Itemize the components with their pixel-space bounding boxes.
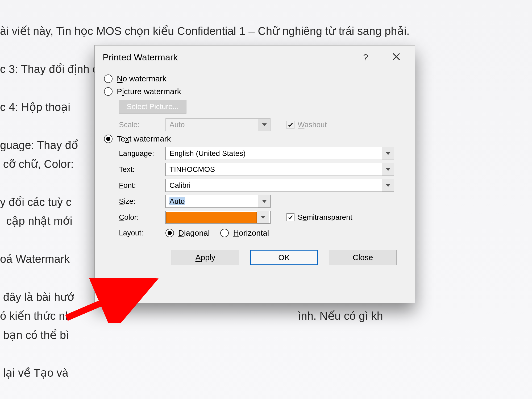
help-button[interactable]: ? [363,53,368,62]
radio-icon [104,87,113,96]
chevron-down-icon[interactable] [382,147,394,160]
radio-label: Diagonal [178,228,210,238]
radio-label: No watermark [117,74,167,83]
font-value: Calibri [166,181,382,190]
chevron-down-icon[interactable] [382,179,394,192]
chevron-down-icon[interactable] [257,211,269,223]
apply-button[interactable]: Apply [172,250,239,265]
radio-label: Horizontal [233,228,269,238]
dialog-titlebar: Printed Watermark ? [95,45,415,67]
size-value: Auto [166,197,258,206]
language-label: Language: [119,149,165,158]
checkbox-icon [286,121,294,129]
scale-value: Auto [166,120,258,129]
color-swatch [166,212,257,223]
ok-button[interactable]: OK [250,250,318,265]
radio-text-watermark[interactable]: Text watermark [104,134,401,143]
chevron-down-icon[interactable] [258,195,270,207]
washout-label: Washout [298,120,327,129]
size-label: Size: [119,197,165,206]
color-combo[interactable] [165,211,271,224]
language-value: English (United States) [166,149,382,158]
close-icon[interactable] [392,52,401,62]
dialog-title: Printed Watermark [103,52,178,63]
washout-checkbox: Washout [286,120,327,129]
radio-icon [104,135,113,143]
chevron-down-icon[interactable] [382,163,394,176]
text-value: TINHOCMOS [166,165,382,174]
select-picture-button: Select Picture... [119,100,186,114]
scale-combo: Auto [165,118,271,131]
semitransparent-checkbox[interactable]: Semitransparent [286,213,352,222]
layout-label: Layout: [119,229,165,237]
radio-icon [165,229,174,237]
color-label: Color: [119,213,165,222]
radio-diagonal[interactable]: Diagonal [165,228,210,238]
scale-label: Scale: [119,120,165,129]
size-combo[interactable]: Auto [165,195,271,208]
font-combo[interactable]: Calibri [165,179,394,192]
text-combo[interactable]: TINHOCMOS [165,163,394,176]
text-label: Text: [119,165,165,174]
font-label: Font: [119,181,165,190]
chevron-down-icon [258,119,270,131]
radio-icon [104,74,113,83]
radio-picture-watermark[interactable]: Picture watermark [104,87,401,96]
semitransparent-label: Semitransparent [298,213,352,222]
radio-icon [220,229,229,237]
radio-horizontal[interactable]: Horizontal [220,228,269,238]
language-combo[interactable]: English (United States) [165,147,394,160]
checkbox-icon [286,213,294,221]
radio-label: Picture watermark [117,87,181,96]
printed-watermark-dialog: Printed Watermark ? No watermark Picture… [94,45,415,303]
close-button[interactable]: Close [329,250,397,265]
radio-label: Text watermark [117,134,171,143]
radio-no-watermark[interactable]: No watermark [104,74,401,83]
